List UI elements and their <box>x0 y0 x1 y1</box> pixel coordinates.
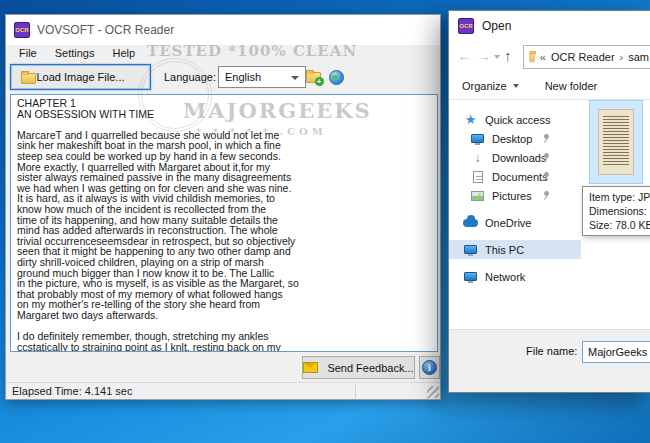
back-arrow-icon[interactable]: ← <box>457 47 472 64</box>
breadcrumb-separator: › <box>620 51 624 63</box>
tooltip-size: Size: 78.0 KB <box>589 218 650 232</box>
tooltip-item-type: Item type: JPG File <box>589 190 650 204</box>
sidebar-label: Desktop <box>492 133 532 145</box>
sidebar-item-desktop[interactable]: Desktop <box>449 129 581 148</box>
desktop: OCR VOVSOFT - OCR Reader File Settings H… <box>0 0 650 443</box>
chevron-down-icon <box>513 84 519 88</box>
resize-grip[interactable] <box>427 386 439 398</box>
info-icon: i <box>422 360 437 375</box>
scanned-page-thumbnail <box>598 109 634 175</box>
open-file-dialog: OCR Open ← → ↑ « OCR Reader › sam Organi… <box>448 10 650 393</box>
file-name-input[interactable] <box>582 341 650 363</box>
send-feedback-button[interactable]: Send Feedback... <box>302 356 415 379</box>
send-feedback-label: Send Feedback... <box>327 362 413 374</box>
menubar: File Settings Help <box>6 45 440 62</box>
onedrive-cloud-icon <box>463 219 478 227</box>
sidebar-item-quick-access[interactable]: ★ Quick access <box>449 110 581 129</box>
thumbnail-text-lines <box>603 116 629 166</box>
pictures-icon <box>471 191 484 201</box>
breadcrumb-samples[interactable]: sam <box>628 51 649 63</box>
language-value: English <box>225 71 261 83</box>
address-bar[interactable]: « OCR Reader › sam <box>523 45 650 69</box>
pin-icon <box>542 153 551 162</box>
file-name-label: File name: <box>526 345 577 357</box>
sidebar-item-pictures[interactable]: Pictures <box>449 186 581 205</box>
window-title: VOVSOFT - OCR Reader <box>37 23 174 37</box>
load-image-file-label: Load Image File... <box>36 71 124 83</box>
dialog-footer: File name: <box>449 329 650 392</box>
downloads-icon: ↓ <box>475 152 481 164</box>
folder-plus-icon: + <box>306 72 321 83</box>
envelope-icon <box>303 362 318 373</box>
tooltip-dimensions: Dimensions: 585 x <box>589 204 650 218</box>
file-thumbnail-selected[interactable] <box>589 100 643 184</box>
sidebar-item-network[interactable]: Network <box>449 267 581 286</box>
this-pc-icon <box>464 245 477 254</box>
statusbar: Elapsed Time: 4.141 sec <box>6 382 440 399</box>
organize-button[interactable]: Organize <box>462 80 519 92</box>
history-chevron-icon[interactable] <box>494 55 500 59</box>
chevron-down-icon <box>291 76 299 80</box>
bottom-panel: Send Feedback... i <box>6 353 440 382</box>
menu-file[interactable]: File <box>10 45 46 62</box>
sidebar-label: OneDrive <box>485 217 531 229</box>
new-folder-button[interactable]: New folder <box>545 80 598 92</box>
sidebar-label: Pictures <box>492 190 532 202</box>
document-icon <box>473 171 483 183</box>
ocr-reader-window: OCR VOVSOFT - OCR Reader File Settings H… <box>5 14 441 400</box>
sidebar-item-documents[interactable]: Documents <box>449 167 581 186</box>
language-dropdown[interactable]: English <box>218 66 306 88</box>
load-image-file-button[interactable]: Load Image File... <box>10 64 151 90</box>
file-info-tooltip: Item type: JPG File Dimensions: 585 x Si… <box>582 186 650 236</box>
dialog-titlebar[interactable]: OCR Open <box>449 11 650 40</box>
ocr-result-textarea[interactable]: CHAPTER 1 AN OBSESSION WITH TIME Marcare… <box>10 94 438 352</box>
sidebar-label: Downloads <box>492 152 546 164</box>
desktop-icon <box>471 134 484 143</box>
sidebar-item-this-pc[interactable]: This PC <box>449 240 581 259</box>
sidebar-label: Network <box>485 271 525 283</box>
statusbar-divider <box>355 385 356 398</box>
sidebar-item-onedrive[interactable]: OneDrive <box>449 213 581 232</box>
about-button[interactable]: i <box>419 356 440 379</box>
folder-icon <box>21 73 36 84</box>
organize-label: Organize <box>462 80 507 92</box>
dialog-title: Open <box>482 19 511 33</box>
pin-icon <box>542 172 551 181</box>
sidebar-label: This PC <box>485 244 524 256</box>
toolbar: Load Image File... Language: English + <box>6 62 440 93</box>
menu-help[interactable]: Help <box>103 45 144 62</box>
dialog-navbar: ← → ↑ « OCR Reader › sam <box>449 40 650 73</box>
add-language-file-button[interactable]: + <box>303 67 323 87</box>
up-arrow-icon[interactable]: ↑ <box>504 47 512 64</box>
menu-settings[interactable]: Settings <box>46 45 104 62</box>
address-folder-icon <box>529 52 534 61</box>
download-language-button[interactable] <box>326 67 346 87</box>
pin-icon <box>542 134 551 143</box>
breadcrumb-ocr-reader[interactable]: OCR Reader <box>551 51 615 63</box>
forward-arrow-icon[interactable]: → <box>476 47 491 64</box>
sidebar-label: Documents <box>492 171 548 183</box>
sidebar-item-downloads[interactable]: ↓ Downloads <box>449 148 581 167</box>
dialog-app-icon: OCR <box>458 18 474 34</box>
elapsed-time-text: Elapsed Time: 4.141 sec <box>12 385 132 397</box>
dialog-toolbar: Organize New folder <box>449 73 650 100</box>
network-icon <box>464 272 477 281</box>
pin-icon <box>542 191 551 200</box>
app-icon: OCR <box>14 22 30 38</box>
breadcrumb-collapsed[interactable]: « <box>540 51 546 63</box>
titlebar[interactable]: OCR VOVSOFT - OCR Reader <box>6 15 440 45</box>
star-icon: ★ <box>465 113 477 126</box>
language-label: Language: <box>164 71 216 83</box>
globe-icon <box>329 70 344 85</box>
sidebar-label: Quick access <box>485 114 550 126</box>
dialog-body: ★ Quick access Desktop ↓ Downloads Docum… <box>449 100 650 331</box>
